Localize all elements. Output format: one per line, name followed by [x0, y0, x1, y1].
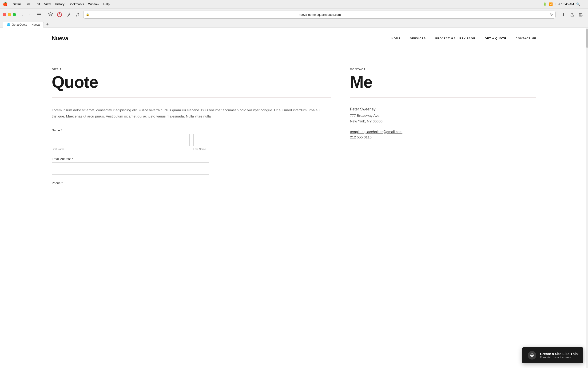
wifi-icon: 📶 — [549, 2, 553, 6]
squarespace-logo-icon — [528, 351, 536, 359]
section-description: Lorem ipsum dolor sit amet, consectetur … — [52, 107, 331, 119]
forward-button[interactable]: › — [26, 11, 33, 18]
quote-form: Name * First Name Last Name Em — [52, 129, 331, 199]
sq-sub-text: Free trial. Instant access. — [540, 356, 578, 359]
phone-label: Phone * — [52, 181, 331, 185]
menu-bookmarks[interactable]: Bookmarks — [69, 2, 84, 6]
menu-history[interactable]: History — [55, 2, 64, 6]
browser-chrome: ‹ › P — [0, 9, 588, 28]
svg-marker-3 — [48, 12, 53, 15]
tab-title: Get a Quote — Nueva — [12, 23, 40, 26]
first-name-label: First Name — [52, 148, 190, 150]
layers-icon[interactable] — [47, 11, 54, 18]
close-window-button[interactable] — [3, 13, 6, 16]
sidebar-toggle-button[interactable] — [35, 11, 43, 18]
menu-file[interactable]: File — [26, 2, 30, 6]
address-line2: New York, NY 00000 — [350, 119, 536, 124]
contact-address: 777 Broadway Ave. New York, NY 00000 — [350, 113, 536, 124]
download-icon[interactable]: ⬇ — [559, 11, 567, 18]
contact-name: Peter Sweeney — [350, 107, 536, 111]
email-field-group: Email Address * — [52, 157, 331, 175]
last-name-group: Last Name — [193, 134, 331, 150]
left-column: GET A Quote Lorem ipsum dolor sit amet, … — [52, 68, 331, 206]
squarespace-banner[interactable]: Create a Site Like This Free trial. Inst… — [522, 347, 583, 363]
nav-contact[interactable]: CONTACT ME — [516, 37, 536, 40]
apple-menu-icon[interactable]: 🍎 — [3, 2, 8, 6]
svg-point-8 — [78, 15, 79, 16]
svg-rect-0 — [37, 13, 41, 13]
site-nav: HOME SERVICES PROJECT GALLERY PAGE GET A… — [391, 37, 536, 40]
last-name-input[interactable] — [193, 134, 331, 146]
add-tab-button[interactable]: + — [45, 22, 50, 28]
right-section-title: Me — [350, 74, 536, 90]
contact-email[interactable]: template.placeholder@gmail.com — [350, 130, 536, 134]
battery-icon: 🔋 — [543, 2, 547, 6]
menu-safari[interactable]: Safari — [13, 2, 21, 6]
nav-buttons: ‹ › — [19, 11, 33, 18]
name-label: Name * — [52, 129, 331, 132]
tab-bar: 🌐 Get a Quote — Nueva + — [0, 21, 588, 28]
url-bar[interactable]: 🔒 nueva-demo.squarespace.com ↻ — [83, 11, 555, 18]
svg-point-7 — [76, 15, 77, 16]
first-name-group: First Name — [52, 134, 190, 150]
share-icon[interactable] — [568, 11, 576, 18]
menu-bar: 🍎 Safari File Edit View History Bookmark… — [0, 0, 588, 9]
first-name-input[interactable] — [52, 134, 190, 146]
email-label: Email Address * — [52, 157, 331, 161]
right-column: CONTACT Me Peter Sweeney 777 Broadway Av… — [350, 68, 536, 206]
phone-field-group: Phone * — [52, 181, 331, 199]
main-content: GET A Quote Lorem ipsum dolor sit amet, … — [0, 49, 588, 220]
website: Nueva HOME SERVICES PROJECT GALLERY PAGE… — [0, 28, 588, 368]
menu-edit[interactable]: Edit — [35, 2, 40, 6]
email-input[interactable] — [52, 162, 209, 175]
refresh-button[interactable]: ↻ — [550, 13, 553, 17]
minimize-window-button[interactable] — [8, 13, 11, 16]
clock: Tue 10:45 AM — [555, 2, 574, 6]
contact-info: Peter Sweeney 777 Broadway Ave. New York… — [350, 107, 536, 139]
traffic-lights — [3, 13, 16, 16]
left-divider — [52, 97, 331, 98]
maximize-window-button[interactable] — [13, 13, 16, 16]
toolbar-icons: P — [47, 11, 81, 18]
menu-help[interactable]: Help — [103, 2, 110, 6]
browser-right-buttons: ⬇ — [559, 11, 585, 18]
nav-project-gallery[interactable]: PROJECT GALLERY PAGE — [435, 37, 475, 40]
right-divider — [350, 97, 536, 98]
left-section-title: Quote — [52, 74, 331, 90]
nav-get-quote[interactable]: GET A QUOTE — [485, 37, 506, 40]
address-line1: 777 Broadway Ave. — [350, 113, 536, 119]
left-section-label: GET A — [52, 68, 331, 71]
new-window-icon[interactable] — [577, 11, 585, 18]
scrollbar[interactable] — [586, 28, 588, 368]
back-button[interactable]: ‹ — [19, 11, 26, 18]
lock-icon: 🔒 — [86, 13, 89, 16]
site-logo[interactable]: Nueva — [52, 35, 68, 42]
phone-input[interactable] — [52, 187, 209, 199]
browser-toolbar: ‹ › P — [0, 9, 588, 21]
active-tab[interactable]: 🌐 Get a Quote — Nueva — [3, 22, 44, 28]
control-center-icon[interactable]: ☰ — [582, 2, 585, 6]
svg-text:P: P — [59, 13, 61, 16]
svg-rect-1 — [37, 14, 41, 15]
site-header: Nueva HOME SERVICES PROJECT GALLERY PAGE… — [0, 28, 588, 49]
tab-favicon: 🌐 — [7, 23, 10, 26]
url-text[interactable]: nueva-demo.squarespace.com — [91, 13, 548, 17]
right-section-label: CONTACT — [350, 68, 536, 71]
sq-main-text: Create a Site Like This — [540, 352, 578, 356]
search-icon[interactable]: 🔍 — [576, 2, 580, 6]
scrollbar-thumb[interactable] — [586, 29, 588, 48]
contact-phone: 212 555 0110 — [350, 135, 536, 139]
music-icon[interactable] — [73, 11, 81, 18]
sidebar-toggle-icon — [37, 13, 41, 16]
name-fields: First Name Last Name — [52, 134, 331, 150]
feather-icon[interactable] — [64, 11, 72, 18]
svg-rect-2 — [37, 16, 41, 16]
last-name-label: Last Name — [193, 148, 331, 150]
nav-home[interactable]: HOME — [391, 37, 401, 40]
menu-view[interactable]: View — [44, 2, 51, 6]
sq-text: Create a Site Like This Free trial. Inst… — [540, 352, 578, 359]
nav-services[interactable]: SERVICES — [410, 37, 426, 40]
pinterest-icon[interactable]: P — [55, 11, 63, 18]
menu-window[interactable]: Window — [88, 2, 99, 6]
name-field-group: Name * First Name Last Name — [52, 129, 331, 150]
